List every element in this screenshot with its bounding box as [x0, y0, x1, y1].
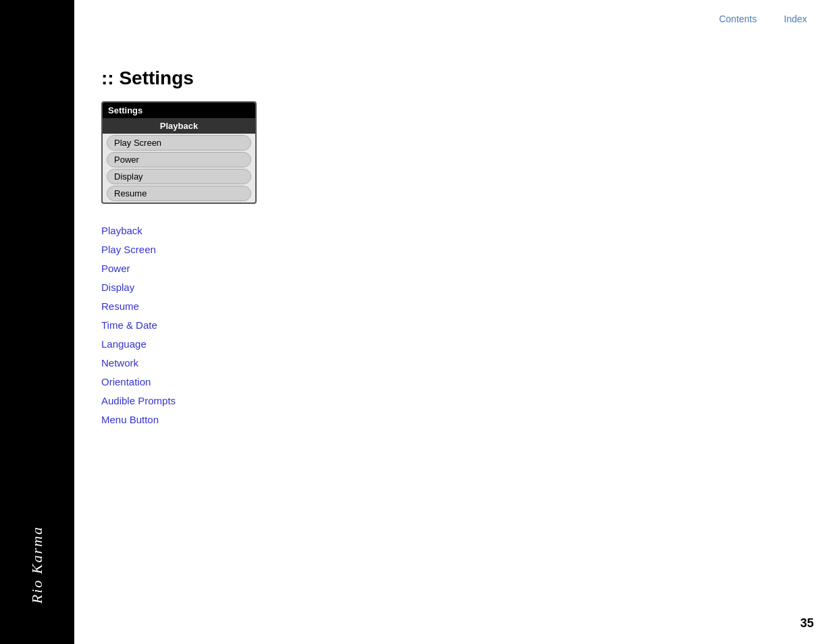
- menu-item[interactable]: Play Screen: [107, 135, 251, 151]
- settings-link-menu-button[interactable]: Menu Button: [101, 412, 176, 428]
- settings-link-display[interactable]: Display: [101, 279, 176, 296]
- index-link[interactable]: Index: [784, 14, 807, 24]
- menu-item[interactable]: Display: [107, 169, 251, 184]
- links-list: PlaybackPlay ScreenPowerDisplayResumeTim…: [101, 223, 176, 428]
- brand-label: Rio Karma: [28, 526, 46, 603]
- main-content: Contents Index :: Settings Settings Play…: [74, 0, 834, 644]
- menu-item[interactable]: Power: [107, 152, 251, 167]
- settings-link-play-screen[interactable]: Play Screen: [101, 242, 176, 258]
- top-navigation: Contents Index: [719, 14, 807, 24]
- page-title: :: Settings: [101, 68, 194, 89]
- settings-menu-box: Settings Playback Play ScreenPowerDispla…: [101, 101, 257, 204]
- settings-link-network[interactable]: Network: [101, 355, 176, 371]
- settings-link-playback[interactable]: Playback: [101, 223, 176, 239]
- page-number: 35: [800, 616, 814, 630]
- menu-item[interactable]: Resume: [107, 186, 251, 201]
- settings-link-audible-prompts[interactable]: Audible Prompts: [101, 393, 176, 409]
- contents-link[interactable]: Contents: [719, 14, 757, 24]
- settings-link-language[interactable]: Language: [101, 336, 176, 352]
- settings-link-power[interactable]: Power: [101, 261, 176, 277]
- settings-link-time-&-date[interactable]: Time & Date: [101, 317, 176, 333]
- settings-link-orientation[interactable]: Orientation: [101, 374, 176, 390]
- menu-title: Settings: [103, 103, 255, 118]
- menu-items-container: Play ScreenPowerDisplayResume: [103, 135, 255, 201]
- left-sidebar: Rio Karma: [0, 0, 74, 644]
- settings-link-resume[interactable]: Resume: [101, 298, 176, 315]
- menu-item-playback[interactable]: Playback: [103, 118, 255, 134]
